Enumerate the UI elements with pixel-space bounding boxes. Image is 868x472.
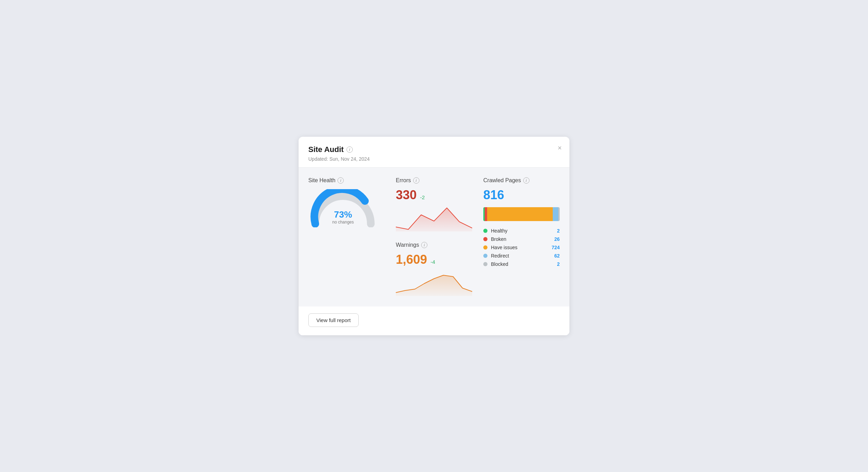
- redirect-dot: [483, 254, 487, 258]
- crawled-value: 816: [483, 188, 560, 202]
- errors-value-row: 330 -2: [396, 188, 472, 202]
- title-info-icon[interactable]: i: [347, 146, 353, 153]
- site-health-label: Site Health i: [308, 177, 344, 184]
- card-subtitle: Updated: Sun, Nov 24, 2024: [308, 156, 560, 162]
- crawled-bar-chart: [483, 207, 560, 221]
- blocked-label: Blocked: [491, 261, 546, 267]
- warnings-sparkline: [396, 269, 472, 297]
- gauge-sub-label: no changes: [332, 220, 354, 225]
- broken-label: Broken: [491, 236, 546, 242]
- list-item: Broken 26: [483, 236, 560, 242]
- crawled-legend: Healthy 2 Broken 26 Have issues 724 Redi…: [483, 228, 560, 267]
- healthy-label: Healthy: [491, 228, 546, 234]
- list-item: Healthy 2: [483, 228, 560, 234]
- warnings-value-row: 1,609 -4: [396, 252, 472, 267]
- site-audit-card: Site Audit i Updated: Sun, Nov 24, 2024 …: [299, 137, 569, 335]
- site-health-section: Site Health i 73% no changes: [308, 177, 385, 297]
- errors-sparkline-svg: [396, 204, 472, 232]
- gauge-center-text: 73% no changes: [332, 210, 354, 225]
- gauge-chart: 73% no changes: [308, 189, 378, 227]
- errors-sparkline: [396, 204, 472, 232]
- title-row: Site Audit i: [308, 145, 560, 154]
- issues-dot: [483, 245, 487, 250]
- list-item: Redirect 62: [483, 253, 560, 259]
- broken-dot: [483, 237, 487, 241]
- issues-label: Have issues: [491, 245, 546, 250]
- warnings-info-icon[interactable]: i: [421, 242, 427, 248]
- blocked-dot: [483, 262, 487, 266]
- bar-issues: [487, 207, 553, 221]
- warnings-label: Warnings i: [396, 242, 472, 248]
- list-item: Have issues 724: [483, 245, 560, 250]
- card-header: Site Audit i Updated: Sun, Nov 24, 2024 …: [299, 137, 569, 168]
- healthy-dot: [483, 229, 487, 233]
- bar-blocked: [558, 207, 560, 221]
- crawled-pages-section: Crawled Pages i 816 Healthy 2: [483, 177, 560, 297]
- errors-subsection: Errors i 330 -2: [396, 177, 472, 232]
- list-item: Blocked 2: [483, 261, 560, 267]
- crawled-info-icon[interactable]: i: [523, 177, 529, 184]
- warnings-delta: -4: [431, 259, 435, 265]
- errors-delta: -2: [420, 194, 425, 200]
- errors-label: Errors i: [396, 177, 472, 184]
- close-button[interactable]: ×: [558, 144, 562, 151]
- errors-warnings-section: Errors i 330 -2: [396, 177, 472, 297]
- errors-info-icon[interactable]: i: [413, 177, 419, 184]
- warnings-value: 1,609: [396, 252, 427, 267]
- svg-marker-0: [396, 208, 472, 231]
- warnings-sparkline-svg: [396, 269, 472, 297]
- bar-broken: [485, 207, 487, 221]
- card-title: Site Audit: [308, 145, 344, 154]
- healthy-count: 2: [549, 228, 560, 234]
- view-report-button[interactable]: View full report: [308, 313, 359, 327]
- errors-value: 330: [396, 188, 417, 202]
- crawled-pages-label: Crawled Pages i: [483, 177, 560, 184]
- redirect-label: Redirect: [491, 253, 546, 259]
- site-health-info-icon[interactable]: i: [337, 177, 344, 184]
- issues-count: 724: [549, 245, 560, 250]
- bar-redirect: [553, 207, 558, 221]
- blocked-count: 2: [549, 261, 560, 267]
- card-footer: View full report: [299, 306, 569, 335]
- broken-count: 26: [549, 236, 560, 242]
- gauge-percentage: 73%: [332, 210, 354, 220]
- redirect-count: 62: [549, 253, 560, 259]
- warnings-subsection: Warnings i 1,609 -4: [396, 242, 472, 297]
- card-body: Site Health i 73% no changes: [299, 168, 569, 306]
